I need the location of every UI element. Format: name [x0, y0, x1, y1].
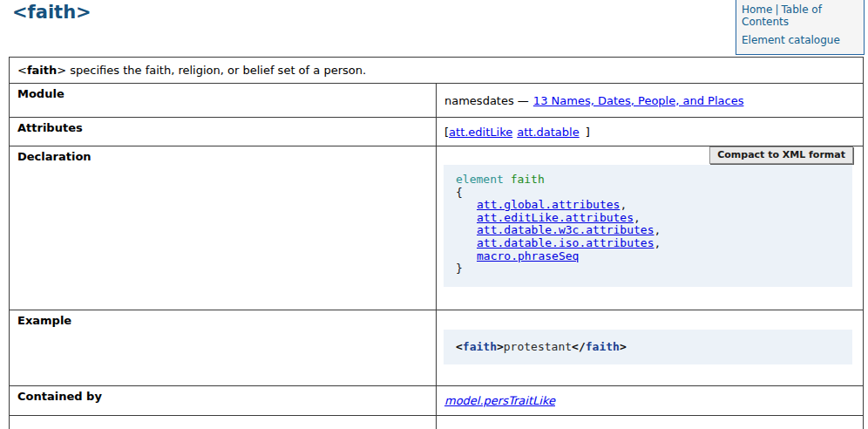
declaration-value-cell: Compact to XML format element faith{att.…	[437, 146, 864, 310]
description-cell: <faith> specifies the faith, religion, o…	[10, 58, 864, 84]
example-close-lt: </	[572, 340, 586, 353]
clipped-next-label	[10, 416, 437, 429]
attributes-row: Attributes [att.editLikeatt.datable]	[10, 118, 864, 146]
declaration-link-line: att.editLike.attributes,	[456, 212, 840, 225]
declaration-label: Declaration	[10, 146, 437, 310]
nav-separator: |	[775, 3, 778, 16]
attributes-label: Attributes	[10, 118, 437, 146]
element-spec-table: <faith> specifies the faith, religion, o…	[9, 57, 864, 429]
nav-link-element-catalogue[interactable]: Element catalogue	[742, 34, 840, 46]
declaration-link-att-editlike[interactable]: att.editLike.attributes	[477, 211, 634, 224]
declaration-line-element: element faith	[456, 174, 840, 187]
example-text-content: protestant	[504, 340, 572, 353]
declaration-link-att-global[interactable]: att.global.attributes	[477, 198, 620, 211]
description-tag-name: faith	[27, 64, 57, 77]
description-tag-close: >	[57, 64, 66, 77]
example-open-tag-name: faith	[463, 340, 497, 353]
comma: ,	[654, 236, 661, 249]
example-close-tag-name: faith	[586, 340, 620, 353]
example-close-gt: >	[620, 340, 627, 353]
clipped-next-value	[437, 416, 864, 429]
contained-by-value-cell: model.persTraitLike	[437, 386, 864, 416]
declaration-brace-open: {	[456, 187, 840, 200]
description-row: <faith> specifies the faith, religion, o…	[10, 58, 864, 84]
module-chapter-link[interactable]: 13 Names, Dates, People, and Places	[533, 94, 744, 107]
contained-by-label: Contained by	[10, 386, 437, 416]
module-label: Module	[10, 84, 437, 118]
attributes-value-cell: [att.editLikeatt.datable]	[437, 118, 864, 146]
example-value-cell: <faith>protestant</faith>	[437, 310, 864, 386]
declaration-link-att-datable-w3c[interactable]: att.datable.w3c.attributes	[477, 223, 654, 236]
example-label: Example	[10, 310, 437, 386]
comma: ,	[620, 198, 627, 211]
attribute-class-link-editlike[interactable]: att.editLike	[449, 126, 512, 139]
declaration-link-line: att.global.attributes,	[456, 199, 840, 212]
declaration-link-line: att.datable.iso.attributes,	[456, 237, 840, 250]
description-text: specifies the faith, religion, or belief…	[66, 64, 366, 77]
declaration-link-line: macro.phraseSeq	[456, 250, 840, 263]
example-open-lt: <	[456, 340, 463, 353]
description-tag-open: <	[17, 64, 27, 77]
example-code-block: <faith>protestant</faith>	[444, 330, 852, 364]
clipped-next-row	[10, 416, 864, 429]
compact-to-xml-button[interactable]: Compact to XML format	[709, 146, 853, 164]
example-open-gt: >	[497, 340, 504, 353]
attributes-bracket-close: ]	[586, 126, 590, 139]
nav-box: Home|Table of Contents Element catalogue	[736, 0, 865, 55]
comma: ,	[634, 211, 641, 224]
nav-line-1: Home|Table of Contents	[742, 3, 858, 28]
attribute-class-link-datable[interactable]: att.datable	[517, 126, 579, 139]
declaration-row: Declaration Compact to XML format elemen…	[10, 146, 864, 310]
declaration-keyword: element	[456, 173, 504, 186]
contained-by-row: Contained by model.persTraitLike	[10, 386, 864, 416]
page-title: <faith>	[12, 2, 92, 23]
contained-by-model-link[interactable]: model.persTraitLike	[444, 394, 555, 407]
declaration-link-line: att.datable.w3c.attributes,	[456, 224, 840, 237]
declaration-link-att-datable-iso[interactable]: att.datable.iso.attributes	[477, 236, 654, 249]
module-value-cell: namesdates —13 Names, Dates, People, and…	[437, 84, 864, 118]
example-row: Example <faith>protestant</faith>	[10, 310, 864, 386]
declaration-brace-close: }	[456, 262, 840, 276]
declaration-link-macro-phraseseq[interactable]: macro.phraseSeq	[477, 249, 579, 262]
declaration-code-block: element faith{att.global.attributes,att.…	[444, 165, 852, 287]
nav-link-home[interactable]: Home	[742, 3, 772, 16]
module-row: Module namesdates —13 Names, Dates, Peop…	[10, 84, 864, 118]
module-name: namesdates —	[444, 94, 529, 107]
declaration-toolbar: Compact to XML format	[437, 146, 853, 162]
comma: ,	[654, 223, 661, 236]
nav-line-2: Element catalogue	[742, 34, 858, 46]
page: { "header": { "title": "<faith>", "nav":…	[0, 0, 868, 429]
declaration-element-name: faith	[511, 173, 545, 186]
